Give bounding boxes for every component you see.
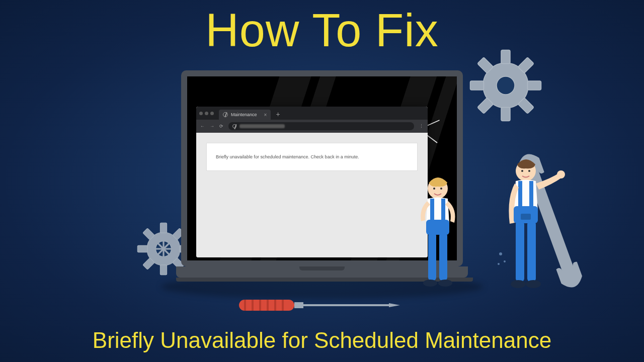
- svg-point-53: [521, 170, 523, 172]
- gear-icon: [468, 48, 543, 123]
- close-icon[interactable]: ×: [264, 112, 267, 118]
- svg-rect-11: [160, 223, 167, 233]
- svg-point-54: [528, 170, 530, 172]
- browser-tab-bar: Maintenance × +: [196, 107, 428, 120]
- new-tab-button[interactable]: +: [276, 110, 280, 118]
- globe-icon: [223, 112, 228, 117]
- svg-point-42: [433, 188, 435, 190]
- svg-rect-60: [516, 221, 524, 282]
- svg-point-66: [498, 263, 500, 265]
- svg-rect-61: [527, 221, 536, 282]
- svg-rect-55: [518, 181, 522, 209]
- svg-rect-45: [441, 199, 445, 221]
- svg-point-50: [438, 280, 452, 287]
- svg-point-9: [497, 76, 515, 95]
- worker-sitting-illustration: [410, 173, 470, 299]
- heading-bottom: Briefly Unavailable for Scheduled Mainte…: [0, 328, 644, 353]
- svg-point-49: [423, 280, 437, 287]
- address-bar[interactable]: [228, 122, 414, 130]
- svg-rect-47: [428, 233, 436, 281]
- svg-rect-34: [259, 300, 261, 311]
- forward-icon[interactable]: →: [210, 124, 214, 129]
- svg-rect-12: [160, 265, 167, 275]
- browser-tab[interactable]: Maintenance ×: [219, 110, 271, 120]
- svg-rect-46: [426, 220, 449, 235]
- svg-rect-44: [430, 199, 434, 221]
- reload-icon[interactable]: ⟳: [219, 124, 223, 129]
- globe-icon: [232, 124, 236, 128]
- svg-rect-36: [274, 300, 276, 311]
- svg-rect-13: [137, 245, 147, 252]
- svg-rect-39: [303, 304, 389, 306]
- svg-point-64: [499, 252, 502, 255]
- browser-toolbar: ← → ⟳ ⋮: [196, 120, 428, 133]
- svg-rect-32: [244, 300, 246, 311]
- svg-rect-48: [439, 233, 447, 281]
- svg-rect-3: [470, 81, 484, 90]
- svg-point-57: [557, 170, 565, 178]
- screwdriver-icon: [236, 293, 403, 318]
- svg-marker-40: [389, 303, 400, 307]
- svg-rect-56: [529, 181, 533, 209]
- browser-window: Maintenance × + ← → ⟳ ⋮ Briefly u: [196, 107, 428, 257]
- svg-rect-33: [252, 300, 254, 311]
- worker-standing-illustration: [496, 148, 601, 309]
- svg-rect-4: [528, 81, 541, 90]
- window-controls: [199, 112, 214, 115]
- maintenance-message: Briefly unavailable for scheduled mainte…: [206, 143, 418, 171]
- menu-icon[interactable]: ⋮: [419, 124, 424, 129]
- svg-point-62: [511, 280, 526, 288]
- url-blur: [239, 124, 285, 128]
- svg-rect-38: [294, 302, 303, 308]
- tab-title: Maintenance: [231, 112, 257, 117]
- back-icon[interactable]: ←: [200, 124, 205, 129]
- svg-rect-59: [521, 214, 531, 220]
- svg-rect-2: [501, 108, 510, 121]
- svg-rect-35: [267, 300, 269, 311]
- svg-point-65: [504, 260, 506, 262]
- svg-point-63: [526, 280, 541, 288]
- svg-rect-37: [282, 300, 284, 311]
- svg-point-43: [440, 188, 442, 190]
- browser-viewport: Briefly unavailable for scheduled mainte…: [196, 133, 428, 257]
- heading-top: How To Fix: [0, 4, 644, 57]
